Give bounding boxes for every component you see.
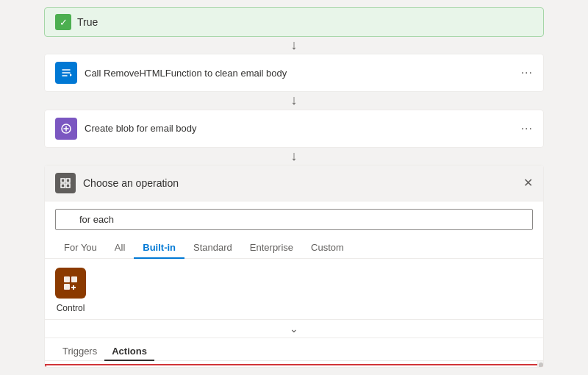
choose-header: Choose an operation ✕ <box>45 165 543 201</box>
step2-more-button[interactable]: ··· <box>521 122 533 135</box>
tab-all[interactable]: All <box>106 238 134 259</box>
svg-rect-8 <box>64 284 70 290</box>
control-icon <box>55 268 86 299</box>
choose-operation-panel: Choose an operation ✕ For You All Built-… <box>44 165 544 368</box>
chevron-row: ⌄ <box>45 320 543 338</box>
scrollbar-track[interactable] <box>537 361 543 368</box>
choose-operation-icon <box>55 173 76 193</box>
actions-list: For each Control ⓘ <box>45 361 543 368</box>
svg-rect-3 <box>66 179 70 182</box>
step-call-remove[interactable]: Call RemoveHTMLFunction to clean email b… <box>44 54 544 92</box>
scrollbar-thumb <box>539 362 543 368</box>
close-panel-button[interactable]: ✕ <box>523 176 533 190</box>
svg-rect-7 <box>71 276 77 282</box>
tab-for-you[interactable]: For You <box>55 238 106 259</box>
step1-label: Call RemoveHTMLFunction to clean email b… <box>85 68 514 79</box>
svg-marker-0 <box>70 74 72 76</box>
svg-rect-5 <box>66 184 70 188</box>
sub-tabs: Triggers Actions <box>45 338 543 361</box>
sub-tab-actions[interactable]: Actions <box>104 343 154 361</box>
action-item-for-each[interactable]: For each Control ⓘ <box>45 364 543 368</box>
step-icon-purple <box>55 118 77 140</box>
result-control-label: Control <box>57 303 85 313</box>
choose-header-left: Choose an operation <box>55 173 179 193</box>
result-item-control[interactable]: Control <box>55 268 86 313</box>
actions-wrapper: For each Control ⓘ <box>45 361 543 368</box>
step2-label: Create blob for email body <box>85 123 514 134</box>
svg-rect-4 <box>61 184 65 188</box>
tab-custom[interactable]: Custom <box>302 238 353 259</box>
tabs-container: For You All Built-in Standard Enterprise… <box>45 235 543 259</box>
tab-enterprise[interactable]: Enterprise <box>241 238 302 259</box>
svg-rect-6 <box>64 276 70 282</box>
search-input[interactable] <box>55 209 533 230</box>
main-container: ✓ True ↓ Call RemoveHTMLFunction to clea… <box>0 0 588 375</box>
tab-built-in[interactable]: Built-in <box>134 238 184 259</box>
check-icon: ✓ <box>55 14 71 30</box>
svg-rect-10 <box>71 287 76 288</box>
search-wrapper <box>55 209 533 230</box>
arrow-connector-2: ↓ <box>291 92 298 109</box>
true-block: ✓ True <box>44 7 544 37</box>
results-area: Control <box>45 259 543 320</box>
true-label: True <box>77 16 98 28</box>
svg-rect-2 <box>61 179 65 182</box>
step-create-blob[interactable]: Create blob for email body ··· <box>44 110 544 148</box>
step1-more-button[interactable]: ··· <box>521 66 533 79</box>
step-icon-blue <box>55 62 77 84</box>
arrow-connector-3: ↓ <box>291 148 298 165</box>
sub-tab-triggers[interactable]: Triggers <box>55 343 104 361</box>
search-container <box>45 201 543 235</box>
choose-panel-title: Choose an operation <box>83 177 179 189</box>
tab-standard[interactable]: Standard <box>184 238 241 259</box>
collapse-button[interactable]: ⌄ <box>290 323 298 335</box>
arrow-connector-1: ↓ <box>291 37 298 54</box>
